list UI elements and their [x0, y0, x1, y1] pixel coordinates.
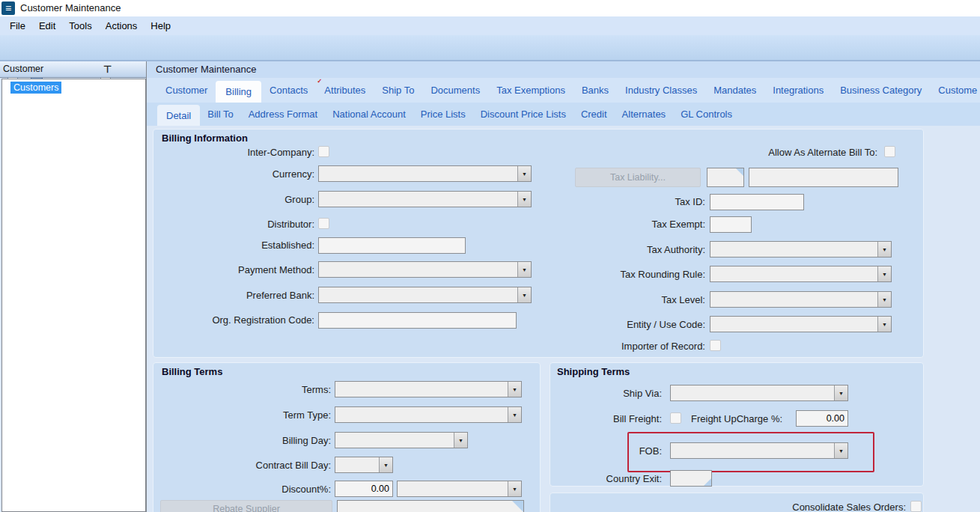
established-label: Established:: [153, 240, 314, 251]
tax-liability-button[interactable]: Tax Liability...: [575, 168, 701, 187]
org-registration-code-input[interactable]: [318, 312, 517, 329]
dropdown-arrow-icon[interactable]: ▼: [454, 433, 467, 448]
discount-percent-label: Discount%:: [153, 484, 331, 495]
org-registration-code-label: Org. Registration Code:: [153, 314, 314, 326]
dropdown-arrow-icon[interactable]: ▼: [517, 192, 531, 207]
discount-percent-input[interactable]: [335, 481, 393, 497]
ship-via-select[interactable]: ▼: [670, 385, 848, 401]
tax-authority-select[interactable]: ▼: [710, 241, 892, 257]
dropdown-arrow-icon[interactable]: ▼: [508, 407, 521, 422]
consolidate-sales-orders-checkbox[interactable]: [910, 501, 922, 512]
tax-liability-code-field[interactable]: [707, 168, 744, 187]
contract-bill-day-select[interactable]: ▼: [335, 457, 393, 473]
dropdown-arrow-icon[interactable]: ▼: [508, 481, 521, 496]
tax-level-label: Tax Level:: [547, 294, 705, 305]
subtab-credit[interactable]: Credit: [573, 103, 615, 126]
tax-level-select[interactable]: ▼: [710, 291, 892, 308]
tab-banks[interactable]: Banks: [573, 78, 617, 103]
fob-label: FOB:: [524, 445, 662, 457]
dropdown-arrow-icon[interactable]: ▼: [379, 457, 392, 472]
allow-alt-bill-to-label: Allow As Alternate Bill To:: [674, 147, 877, 158]
subtab-gl-controls[interactable]: GL Controls: [673, 103, 740, 126]
term-type-select[interactable]: ▼: [335, 406, 522, 423]
terms-label: Terms:: [153, 384, 331, 395]
group-select[interactable]: ▼: [318, 191, 532, 207]
country-exit-field[interactable]: [670, 470, 712, 487]
tax-rounding-rule-label: Tax Rounding Rule:: [547, 269, 705, 280]
tab-ship-to[interactable]: Ship To: [374, 78, 422, 103]
sidebar-list: Customers: [1, 79, 146, 512]
dropdown-arrow-icon[interactable]: ▼: [517, 262, 531, 277]
group-title: Billing Terms: [162, 366, 222, 377]
rebate-supplier-field[interactable]: [337, 500, 524, 512]
payment-method-label: Payment Method:: [153, 264, 314, 275]
dropdown-arrow-icon[interactable]: ▼: [834, 385, 847, 400]
subtab-address-format[interactable]: Address Format: [241, 103, 325, 126]
dropdown-arrow-icon[interactable]: ▼: [877, 317, 891, 332]
menu-edit[interactable]: Edit: [32, 16, 62, 35]
menu-help[interactable]: Help: [144, 16, 177, 35]
sidebar-item-customers[interactable]: Customers: [10, 82, 61, 94]
term-type-label: Term Type:: [153, 409, 331, 421]
preferred-bank-select[interactable]: ▼: [318, 287, 532, 303]
tab-business-category[interactable]: Business Category: [832, 78, 930, 103]
sidebar-header: Customer ⊤: [0, 61, 146, 78]
tab-contacts[interactable]: Contacts: [261, 78, 316, 103]
importer-of-record-label: Importer of Record:: [547, 341, 705, 352]
dropdown-arrow-icon[interactable]: ▼: [517, 166, 531, 181]
currency-select[interactable]: ▼: [318, 165, 532, 182]
tab-documents[interactable]: Documents: [422, 78, 488, 103]
dropdown-arrow-icon[interactable]: ▼: [877, 292, 891, 307]
tab-custom[interactable]: Custome: [930, 78, 980, 103]
group-title: Shipping Terms: [557, 366, 630, 377]
tax-liability-description-field[interactable]: [749, 168, 898, 187]
bill-freight-label: Bill Freight:: [524, 413, 662, 424]
discount-type-select[interactable]: ▼: [397, 481, 522, 497]
consolidate-sales-orders-label: Consolidate Sales Orders:: [644, 502, 906, 512]
subtab-national-account[interactable]: National Account: [325, 103, 413, 126]
tab-billing[interactable]: Billing: [216, 81, 261, 103]
tab-industry-classes[interactable]: Industry Classes: [617, 78, 705, 103]
subtab-discount-price-lists[interactable]: Discount Price Lists: [473, 103, 573, 126]
payment-method-select[interactable]: ▼: [318, 261, 532, 278]
pin-icon[interactable]: ⊤: [103, 64, 112, 75]
menu-tools[interactable]: Tools: [62, 16, 98, 35]
inter-company-checkbox[interactable]: [318, 146, 329, 157]
window-title: Customer Maintenance: [20, 2, 121, 13]
allow-alt-bill-to-checkbox[interactable]: [884, 146, 895, 157]
established-input[interactable]: [318, 237, 466, 254]
toolbar: ▾ × ▤ ☎ ⊂ ⟳ ✂ ↶ ✓ ▏◁ ◁ ▼ ▷ ▷▏ ← → ⌂ ▸: [0, 35, 980, 61]
rebate-supplier-button[interactable]: Rebate Supplier: [160, 500, 332, 512]
menu-actions[interactable]: Actions: [99, 16, 144, 35]
tax-rounding-rule-select[interactable]: ▼: [710, 266, 892, 282]
bill-freight-checkbox[interactable]: [670, 412, 681, 424]
billing-day-select[interactable]: ▼: [335, 432, 468, 448]
tax-id-input[interactable]: [710, 194, 804, 210]
dropdown-arrow-icon[interactable]: ▼: [834, 443, 847, 458]
dropdown-arrow-icon[interactable]: ▼: [508, 382, 521, 397]
subtab-detail[interactable]: Detail: [157, 105, 200, 126]
importer-of-record-checkbox[interactable]: [710, 340, 721, 351]
distributor-checkbox[interactable]: [318, 218, 329, 229]
dropdown-arrow-icon[interactable]: ▼: [877, 266, 891, 281]
tax-exempt-input[interactable]: [710, 216, 752, 233]
tax-authority-label: Tax Authority:: [547, 244, 705, 255]
subtab-bill-to[interactable]: Bill To: [200, 103, 240, 126]
menu-file[interactable]: File: [3, 16, 32, 35]
currency-label: Currency:: [153, 168, 314, 180]
menu-bar: File Edit Tools Actions Help: [0, 16, 980, 35]
tab-attributes[interactable]: Attributes: [316, 78, 374, 103]
dropdown-arrow-icon[interactable]: ▼: [517, 287, 531, 302]
subtab-alternates[interactable]: Alternates: [615, 103, 674, 126]
tab-tax-exemptions[interactable]: Tax Exemptions: [488, 78, 573, 103]
tab-mandates[interactable]: Mandates: [705, 78, 764, 103]
tab-customer[interactable]: Customer: [157, 78, 216, 103]
subtab-price-lists[interactable]: Price Lists: [413, 103, 473, 126]
tab-integrations[interactable]: Integrations: [764, 78, 832, 103]
terms-select[interactable]: ▼: [335, 381, 522, 397]
entity-use-code-select[interactable]: ▼: [710, 316, 892, 332]
freight-upcharge-input[interactable]: [796, 410, 848, 427]
fob-select[interactable]: ▼: [670, 442, 848, 459]
app-logo-icon: ≡: [1, 1, 15, 15]
dropdown-arrow-icon[interactable]: ▼: [877, 242, 891, 257]
